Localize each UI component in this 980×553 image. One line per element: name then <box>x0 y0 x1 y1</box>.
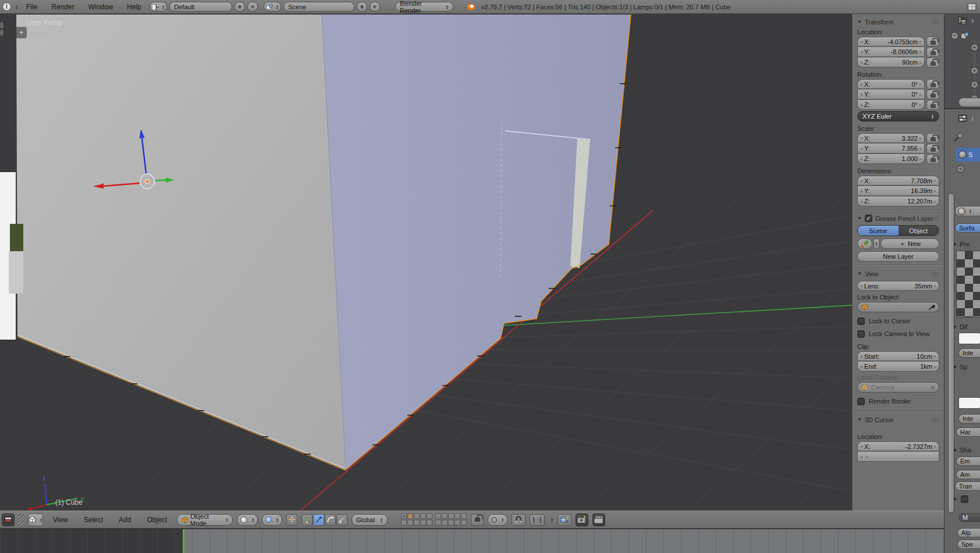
lens-field[interactable]: Lens:35mm <box>857 281 939 291</box>
expand-icon[interactable] <box>971 81 978 88</box>
layer-cell[interactable] <box>435 520 441 526</box>
cursor-y-field-clipped[interactable] <box>857 452 939 462</box>
lock-icon[interactable] <box>926 37 939 47</box>
lock-icon[interactable] <box>926 90 939 99</box>
opengl-render-animation-button[interactable] <box>592 513 605 526</box>
diffuse-color-swatch[interactable] <box>958 333 980 344</box>
snap-element-button[interactable] <box>530 514 545 526</box>
viewport-shading-select[interactable] <box>237 514 258 526</box>
properties-editor-type-select[interactable] <box>957 114 974 123</box>
brush-stepper-button[interactable] <box>874 238 879 249</box>
layer-cell[interactable] <box>420 520 426 526</box>
lock-to-cursor-checkbox[interactable] <box>857 317 865 325</box>
tab-object[interactable]: Object <box>899 226 939 236</box>
screen-layout-icon[interactable] <box>150 2 167 12</box>
new-grease-pencil-button[interactable]: ＋New <box>880 238 939 249</box>
lock-icon[interactable] <box>926 154 939 164</box>
drag-dots-icon[interactable] <box>932 272 939 276</box>
location-x-field[interactable]: X:-4.0759cm <box>857 37 925 47</box>
panel-view-header[interactable]: View <box>857 268 939 279</box>
location-z-field[interactable]: Z:90cm <box>857 58 925 67</box>
lock-icon[interactable] <box>926 47 939 57</box>
layer-cell[interactable] <box>435 513 441 519</box>
outliner-search-field[interactable] <box>958 98 980 107</box>
layer-cell[interactable] <box>427 520 432 526</box>
snap-stepper[interactable] <box>551 518 553 522</box>
drag-dots-icon[interactable] <box>932 20 939 24</box>
panel-3d-cursor-header[interactable]: 3D Cursor <box>857 414 939 425</box>
location-y-field[interactable]: Y:-8.0606m <box>857 47 925 57</box>
panel-shading-header[interactable]: Sha <box>953 447 971 454</box>
scale-y-field[interactable]: Y:7.956 <box>857 144 925 154</box>
scale-z-field[interactable]: Z:1.000 <box>857 154 925 164</box>
eyedropper-icon[interactable] <box>928 304 935 311</box>
toolshelf-expand-button[interactable] <box>16 27 27 38</box>
layer-grid-2[interactable] <box>435 513 467 526</box>
new-layer-button[interactable]: New Layer <box>857 251 939 262</box>
lock-icon[interactable] <box>926 58 939 67</box>
layer-grid-1[interactable] <box>401 513 432 526</box>
rotation-x-field[interactable]: X:0° <box>857 79 925 89</box>
lock-icon[interactable] <box>926 79 939 89</box>
layer-cell[interactable] <box>401 513 407 519</box>
material-datablock-select[interactable] <box>955 206 980 216</box>
material-slot-item[interactable]: S <box>956 148 980 162</box>
screen-layout-field[interactable]: Default <box>169 2 232 12</box>
layer-cell[interactable] <box>401 520 407 526</box>
mode-select[interactable]: Object Mode <box>177 514 233 526</box>
viewport-3d[interactable]: z y <box>0 14 944 511</box>
timeline-playhead[interactable] <box>183 529 184 553</box>
editor-type-stepper[interactable] <box>15 5 18 9</box>
manipulator-axes-toggle[interactable] <box>301 514 313 526</box>
tab-surface[interactable]: Surfa <box>955 223 980 233</box>
layer-cell[interactable] <box>455 513 460 519</box>
rotation-mode-select[interactable]: XYZ Euler <box>857 111 939 122</box>
window-edge-tab[interactable] <box>0 30 3 36</box>
menu-window[interactable]: Window <box>83 2 119 12</box>
dimensions-y-field[interactable]: Y:16.39m <box>857 186 939 196</box>
panel-transparency-header[interactable] <box>953 495 968 503</box>
pivot-point-select[interactable] <box>262 514 282 526</box>
render-engine-select[interactable]: Blender Render <box>395 2 453 12</box>
close-layout-button[interactable] <box>247 2 258 12</box>
layer-cell[interactable] <box>442 513 448 519</box>
lock-icon[interactable] <box>926 133 939 143</box>
lock-to-object-field[interactable] <box>857 302 939 312</box>
rotation-y-field[interactable]: Y:0° <box>857 90 925 99</box>
layer-cell[interactable] <box>448 520 454 526</box>
render-border-checkbox[interactable] <box>857 398 865 405</box>
layer-cell[interactable] <box>414 520 420 526</box>
scene-selector-icon[interactable] <box>264 2 281 12</box>
orientation-select[interactable]: Global <box>351 514 388 526</box>
panel-specular-header[interactable]: Sp <box>953 363 967 370</box>
hardness-slider[interactable]: Har <box>956 427 980 437</box>
layer-cell[interactable] <box>420 513 426 519</box>
rotation-z-field[interactable]: Z:0° <box>857 100 925 110</box>
opengl-render-image-button[interactable] <box>576 513 588 526</box>
clip-end-field[interactable]: End:1km <box>857 362 939 372</box>
panel-preview-header[interactable]: Pre <box>953 241 970 248</box>
clip-start-field[interactable]: Start:10cm <box>857 351 939 361</box>
local-camera-field[interactable]: Camera ✕ <box>857 382 939 393</box>
add-scene-button[interactable] <box>357 2 367 12</box>
panel-grease-pencil-header[interactable]: Grease Pencil Layers <box>857 213 939 224</box>
layer-cell[interactable] <box>455 520 460 526</box>
expand-icon[interactable] <box>971 44 978 51</box>
editor-type-select[interactable] <box>28 513 43 526</box>
info-editor-icon[interactable] <box>2 2 11 11</box>
add-material-slot-icon[interactable] <box>957 165 964 173</box>
layer-cell[interactable] <box>407 520 413 526</box>
emit-slider[interactable]: Em <box>956 456 980 466</box>
editor-grid-icon[interactable] <box>967 3 977 11</box>
layer-cell[interactable] <box>461 520 467 526</box>
panel-transform-header[interactable]: Transform <box>857 16 939 27</box>
ambient-slider[interactable]: Am <box>956 470 980 479</box>
panel-diffuse-header[interactable]: Dif <box>953 323 967 330</box>
add-layout-button[interactable] <box>235 2 245 12</box>
lock-icon[interactable] <box>926 144 939 154</box>
menu-object[interactable]: Object <box>141 515 173 525</box>
timeline-editor-type-button[interactable] <box>2 513 15 526</box>
layer-cell[interactable] <box>427 513 432 519</box>
drag-dots-icon[interactable] <box>932 418 939 422</box>
expand-icon[interactable] <box>971 67 978 74</box>
